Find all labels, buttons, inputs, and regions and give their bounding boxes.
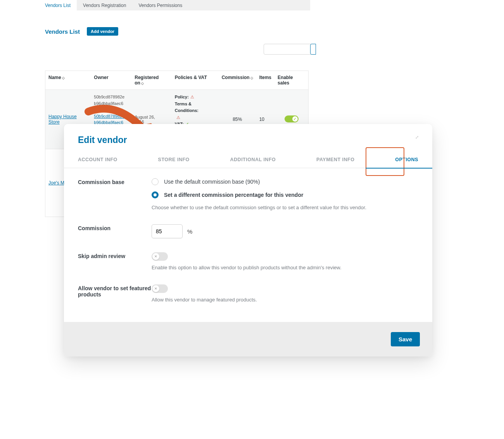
col-commission[interactable]: Commission◇ xyxy=(219,71,256,90)
featured-toggle[interactable] xyxy=(152,284,168,293)
col-name[interactable]: Name◇ xyxy=(45,71,91,90)
skip-review-help: Enable this option to allow this vendor … xyxy=(152,265,418,270)
warning-icon: ⚠ xyxy=(176,115,180,120)
sort-icon: ◇ xyxy=(141,81,144,85)
resize-icon[interactable]: ⤢ xyxy=(415,135,418,140)
modal-tabs: ACCOUNT INFO STORE INFO ADDITIONAL INFO … xyxy=(64,152,432,168)
tab-account-info[interactable]: ACCOUNT INFO xyxy=(78,152,117,168)
modal-title: Edit vendor xyxy=(78,135,127,145)
radio-icon xyxy=(152,191,159,198)
vendor-name-link[interactable]: Joe's M xyxy=(48,180,64,186)
sort-icon: ◇ xyxy=(250,76,253,80)
commission-label: Commission xyxy=(78,224,152,231)
search-button-edge[interactable] xyxy=(310,44,316,55)
save-button[interactable]: Save xyxy=(391,332,420,346)
commission-input[interactable] xyxy=(152,224,183,238)
active-tab-underline xyxy=(366,168,432,169)
featured-label: Allow vendor to set featured products xyxy=(78,284,152,298)
col-enable-sales: Enable sales xyxy=(274,71,308,90)
tab-vendors-registration[interactable]: Vendors Registration xyxy=(77,0,132,10)
vendor-name-link[interactable]: Happy House Store xyxy=(48,114,77,125)
page-title-row: Vendors List Add vendor xyxy=(45,27,118,36)
enable-sales-toggle[interactable] xyxy=(285,115,299,122)
skip-review-toggle[interactable] xyxy=(152,252,168,261)
commission-base-help: Choose whether to use the default commis… xyxy=(152,205,418,210)
radio-icon xyxy=(152,178,159,185)
modal-body: Commission base Use the default commissi… xyxy=(64,168,432,322)
skip-review-label: Skip admin review xyxy=(78,252,152,259)
tab-payment-info[interactable]: PAYMENT INFO xyxy=(316,152,354,168)
featured-help: Allow this vendor to manage featured pro… xyxy=(152,297,418,303)
top-tabs-bar: Vendors List Vendors Registration Vendor… xyxy=(39,0,310,10)
col-owner: Owner xyxy=(91,71,131,90)
search-area xyxy=(264,44,314,55)
tab-store-info[interactable]: STORE INFO xyxy=(158,152,190,168)
radio-default-commission[interactable]: Use the default commission base (90%) xyxy=(152,178,418,185)
search-input[interactable] xyxy=(264,44,314,55)
commission-base-label: Commission base xyxy=(78,178,152,185)
tab-additional-info[interactable]: ADDITIONAL INFO xyxy=(230,152,276,168)
sort-icon: ◇ xyxy=(62,76,65,80)
edit-vendor-modal: Edit vendor ⤢ ACCOUNT INFO STORE INFO AD… xyxy=(64,124,432,356)
tab-vendors-list[interactable]: Vendors List xyxy=(39,0,77,10)
tab-options[interactable]: OPTIONS xyxy=(395,152,418,168)
percent-label: % xyxy=(187,228,192,235)
warning-icon: ⚠ xyxy=(190,95,194,99)
col-policies: Policies & VAT xyxy=(172,71,219,90)
modal-footer: Save xyxy=(64,322,432,356)
col-registered[interactable]: Registered on◇ xyxy=(131,71,172,90)
radio-custom-commission[interactable]: Set a different commission percentage fo… xyxy=(152,191,418,198)
add-vendor-button[interactable]: Add vendor xyxy=(87,27,118,36)
tab-vendors-permissions[interactable]: Vendors Permissions xyxy=(132,0,188,10)
page-title: Vendors List xyxy=(45,28,80,35)
col-items: Items xyxy=(256,71,274,90)
